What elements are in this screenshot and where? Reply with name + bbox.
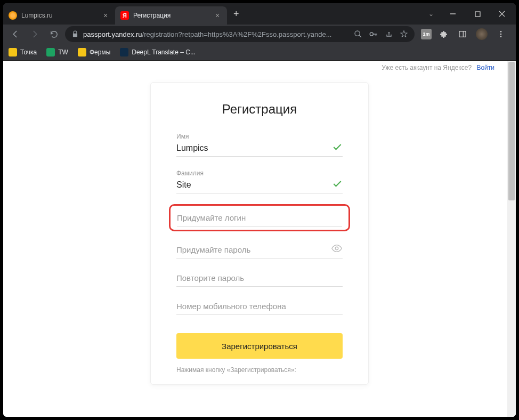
registration-card: Регистрация Имя Фамилия [150, 82, 369, 385]
bookmark-fermy[interactable]: Фермы [78, 48, 110, 56]
password-field [176, 243, 343, 259]
svg-line-5 [359, 35, 361, 37]
login-link[interactable]: Войти [476, 64, 494, 71]
back-button[interactable] [7, 26, 23, 42]
tab-dropdown-icon[interactable]: ⌄ [421, 10, 441, 18]
maximize-button[interactable] [466, 5, 489, 22]
bookmarks-bar: Точка TW Фермы DeepL Translate – C... [3, 44, 516, 61]
close-icon[interactable]: × [213, 11, 222, 20]
svg-point-12 [500, 34, 502, 35]
tab-title: Регистрация [133, 12, 210, 19]
profile-avatar[interactable] [474, 27, 489, 42]
login-input[interactable] [177, 211, 342, 227]
favicon-lumpics [9, 11, 17, 20]
svg-point-13 [500, 36, 502, 37]
page-title: Регистрация [176, 102, 343, 117]
register-button[interactable]: Зарегистрироваться [176, 333, 343, 359]
login-field [177, 211, 342, 227]
share-icon[interactable] [385, 30, 393, 38]
header-login-row: Уже есть аккаунт на Яндексе? Войти [382, 64, 494, 71]
extensions-icon[interactable] [436, 27, 451, 42]
tab-lumpics[interactable]: Lumpics.ru × [3, 6, 115, 25]
name-field: Имя [176, 133, 343, 157]
tab-title: Lumpics.ru [21, 12, 98, 19]
minimize-button[interactable] [441, 5, 465, 22]
new-tab-button[interactable]: + [227, 9, 246, 20]
bookmark-tw[interactable]: TW [46, 48, 68, 56]
menu-icon[interactable] [493, 27, 508, 42]
svg-point-14 [335, 247, 338, 250]
repeat-password-field [176, 271, 343, 287]
phone-input[interactable] [176, 300, 343, 315]
page-viewport: Уже есть аккаунт на Яндексе? Войти Регис… [3, 61, 516, 417]
check-icon [332, 179, 343, 189]
svg-point-11 [500, 31, 502, 33]
forward-button[interactable] [27, 26, 43, 42]
close-button[interactable] [490, 5, 514, 22]
url-text: passport.yandex.ru/registration?retpath=… [83, 30, 350, 38]
bookmark-tochka[interactable]: Точка [9, 48, 37, 56]
phone-field [176, 300, 343, 315]
panel-icon[interactable] [455, 27, 470, 42]
svg-rect-9 [459, 31, 466, 37]
close-icon[interactable]: × [101, 11, 110, 20]
titlebar: Lumpics.ru × Я Регистрация × + ⌄ [3, 3, 516, 25]
bookmark-deepl[interactable]: DeepL Translate – C... [120, 48, 196, 56]
search-icon[interactable] [354, 30, 362, 38]
surname-field: Фамилия [176, 169, 343, 193]
address-bar[interactable]: passport.yandex.ru/registration?retpath=… [65, 26, 415, 42]
svg-point-4 [355, 31, 360, 36]
favicon-yandex: Я [120, 11, 129, 20]
svg-rect-1 [475, 12, 480, 17]
tab-registration[interactable]: Я Регистрация × [115, 6, 227, 25]
surname-input[interactable] [176, 178, 343, 193]
extension-1m-icon[interactable]: 1m [421, 29, 432, 39]
lock-icon [71, 30, 79, 38]
scrollbar[interactable] [507, 61, 516, 417]
eye-icon[interactable] [331, 243, 343, 254]
password-input[interactable] [176, 243, 343, 259]
login-highlight [169, 204, 350, 231]
address-bar-row: passport.yandex.ru/registration?retpath=… [3, 25, 516, 44]
svg-point-6 [370, 33, 373, 36]
key-icon[interactable] [369, 29, 378, 39]
name-input[interactable] [176, 141, 343, 157]
check-icon [332, 142, 343, 152]
repeat-password-input[interactable] [176, 271, 343, 287]
reload-button[interactable] [46, 26, 62, 42]
name-label: Имя [176, 133, 343, 140]
legal-text: Нажимая кнопку «Зарегистрироваться»: [176, 366, 343, 374]
star-icon[interactable] [400, 30, 408, 38]
surname-label: Фамилия [176, 169, 343, 177]
